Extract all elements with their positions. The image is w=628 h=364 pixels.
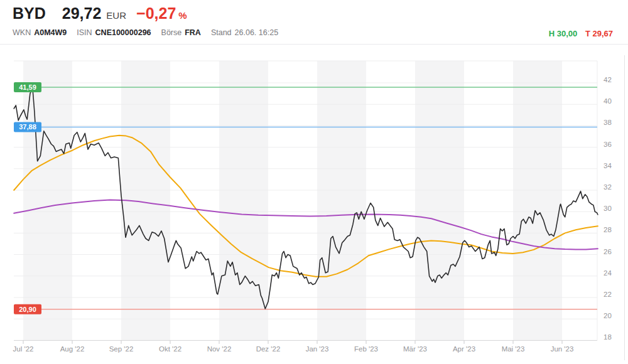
y-axis-label: 38 — [604, 119, 612, 126]
y-axis-label: 42 — [604, 76, 612, 83]
day-low: T 29,67 — [585, 29, 613, 38]
x-axis-label: Dez '22 — [256, 345, 281, 353]
x-axis-label: Mär '23 — [403, 345, 427, 353]
wkn-field: WKNA0M4W9 — [13, 28, 67, 37]
wkn-value: A0M4W9 — [34, 28, 67, 37]
day-range: H 30,00 T 29,67 — [549, 29, 613, 38]
y-axis-label: 32 — [604, 183, 612, 191]
x-axis-label: Jan '23 — [306, 345, 329, 353]
purple-average-line — [14, 200, 598, 249]
x-axis-label: Apr '23 — [453, 345, 475, 353]
y-axis-label: 22 — [604, 291, 612, 298]
day-low-label: T — [585, 29, 590, 38]
day-high-label: H — [549, 29, 555, 38]
month-band — [23, 61, 72, 340]
timestamp-value: 26.06. 16:25 — [235, 28, 279, 37]
change-percent-value: −0,27 — [136, 4, 176, 23]
x-axis-label: Sep '22 — [109, 345, 134, 353]
y-axis-label: 28 — [604, 226, 612, 233]
y-axis-label: 36 — [604, 141, 612, 148]
exchange-label: Börse — [161, 28, 182, 37]
wkn-label: WKN — [13, 28, 31, 37]
y-axis-label: 26 — [604, 248, 612, 255]
x-axis-label: Okt '22 — [159, 345, 181, 353]
timestamp-label: Stand — [211, 28, 232, 37]
day-high-value: 30,00 — [557, 29, 578, 38]
change-percent: −0,27 % — [136, 4, 187, 23]
x-axis-label: Feb '23 — [354, 345, 378, 353]
exchange-value: FRA — [185, 28, 201, 37]
price-marker-badge-label: 41,59 — [19, 83, 36, 91]
y-axis-label: 34 — [604, 162, 612, 169]
y-axis-label: 24 — [604, 269, 612, 277]
day-low-value: 29,67 — [592, 29, 613, 38]
x-axis-label: Mai '23 — [502, 345, 525, 353]
yellow-average-line — [14, 136, 598, 277]
price-marker-badge-label: 37,88 — [19, 123, 36, 131]
currency-label: EUR — [106, 10, 126, 21]
y-axis-label: 18 — [604, 333, 612, 341]
x-axis-label: Aug '22 — [60, 345, 85, 353]
isin-value: CNE100000296 — [95, 28, 151, 37]
x-axis-label: Jun '23 — [551, 345, 574, 353]
y-axis-label: 40 — [604, 97, 612, 105]
ticker-symbol: BYD — [13, 4, 46, 23]
month-band — [415, 61, 464, 340]
month-band — [513, 61, 562, 340]
header-divider — [0, 44, 628, 45]
last-price: 29,72 — [62, 4, 102, 23]
quote-meta-row: WKNA0M4W9 ISINCNE100000296 BörseFRA Stan… — [13, 28, 278, 37]
day-high: H 30,00 — [549, 29, 578, 38]
month-band — [317, 61, 366, 340]
price-chart[interactable]: 41,5937,8820,904240383634323028262422201… — [0, 0, 628, 364]
widget-right-border — [624, 55, 625, 360]
isin-label: ISIN — [77, 28, 92, 37]
x-axis-label: Nov '22 — [207, 345, 232, 353]
chart-canvas: 41,5937,8820,904240383634323028262422201… — [0, 0, 628, 364]
exchange-field: BörseFRA — [161, 28, 201, 37]
x-axis-label: Jul '22 — [13, 345, 34, 353]
y-axis-label: 30 — [604, 205, 612, 212]
y-axis-label: 20 — [604, 312, 612, 319]
timestamp-field: Stand26.06. 16:25 — [211, 28, 278, 37]
isin-field: ISINCNE100000296 — [77, 28, 151, 37]
percent-sign: % — [178, 10, 187, 21]
price-marker-badge-label: 20,90 — [19, 306, 36, 313]
quote-main-row: BYD 29,72 EUR −0,27 % — [13, 4, 187, 23]
month-band — [219, 61, 268, 340]
